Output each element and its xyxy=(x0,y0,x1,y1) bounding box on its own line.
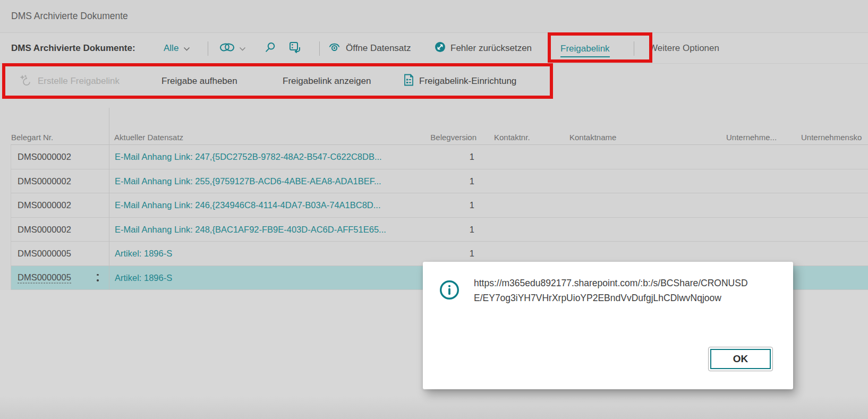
search-icon xyxy=(265,42,276,55)
table-row[interactable]: DMS0000002 E-Mail Anhang Link: 255,{9759… xyxy=(11,169,868,194)
share-link-url-line1: https://m365edu892177.sharepoint.com/:b:… xyxy=(474,276,785,290)
table-row[interactable]: DMS0000002 E-Mail Anhang Link: 248,{BAC1… xyxy=(11,218,868,242)
cell-belegart-nr[interactable]: DMS0000005 xyxy=(18,272,71,283)
more-options-button[interactable]: Weitere Optionen xyxy=(649,33,719,63)
cell-belegart-nr[interactable]: DMS0000002 xyxy=(18,176,71,186)
share-link-setup-action[interactable]: Freigabelink-Einrichtung xyxy=(404,64,516,99)
cell-belegversion: 1 xyxy=(470,176,474,186)
cell-belegversion: 1 xyxy=(470,200,474,210)
cell-aktueller-datensatz-link[interactable]: E-Mail Anhang Link: 246,{234946C8-4114-4… xyxy=(115,200,381,210)
cell-belegversion: 1 xyxy=(470,152,474,162)
cell-belegversion: 1 xyxy=(470,224,474,234)
search-button[interactable] xyxy=(265,33,276,63)
toolbar-separator xyxy=(634,41,634,56)
analyze-button[interactable] xyxy=(289,33,301,63)
column-header-unternehmensko[interactable]: Unternehmensko xyxy=(801,133,862,142)
cell-aktueller-datensatz-link[interactable]: E-Mail Anhang Link: 247,{5DC2752B-9782-4… xyxy=(115,152,382,162)
create-share-link-label: Erstelle Freigabelink xyxy=(38,76,120,87)
row-menu-icon[interactable] xyxy=(97,274,99,281)
copilot-icon xyxy=(219,41,235,55)
table-row[interactable]: DMS0000002 E-Mail Anhang Link: 246,{2349… xyxy=(11,193,868,218)
cell-aktueller-datensatz-link[interactable]: Artikel: 1896-S xyxy=(115,272,172,283)
toolbar-separator xyxy=(319,41,320,56)
page-header: DMS Archivierte Dokumente xyxy=(0,0,868,33)
cell-belegart-nr[interactable]: DMS0000002 xyxy=(18,152,71,162)
freigabelink-submenu: Erstelle Freigabelink Freigabe aufheben … xyxy=(0,64,868,99)
tab-freigabelink[interactable]: Freigabelink xyxy=(560,33,610,63)
reset-arrows-icon xyxy=(435,41,446,55)
cell-aktueller-datensatz-link[interactable]: E-Mail Anhang Link: 248,{BAC1AF92-FB9E-4… xyxy=(115,224,386,234)
ok-button-focus-ring: OK xyxy=(708,347,773,371)
dms-archived-documents-page: DMS Archivierte Dokumente DMS Archiviert… xyxy=(0,0,868,419)
share-link-message: https://m365edu892177.sharepoint.com/:b:… xyxy=(474,276,785,305)
cell-aktueller-datensatz-link[interactable]: Artikel: 1896-S xyxy=(115,249,172,259)
column-header-kontaktname[interactable]: Kontaktname xyxy=(569,133,616,142)
column-header-belegversion[interactable]: Belegversion xyxy=(430,133,476,142)
action-toolbar: DMS Archivierte Dokumente: Alle xyxy=(0,33,868,64)
analyze-icon xyxy=(289,41,301,55)
view-icon xyxy=(328,42,341,55)
document-setup-icon xyxy=(404,74,414,89)
ok-button[interactable]: OK xyxy=(710,349,771,369)
share-link-dialog: https://m365edu892177.sharepoint.com/:b:… xyxy=(423,262,793,389)
cell-belegart-nr[interactable]: DMS0000002 xyxy=(18,224,71,234)
list-caption: DMS Archivierte Dokumente: xyxy=(11,33,135,63)
column-header-aktueller-datensatz[interactable]: Aktueller Datensatz xyxy=(114,133,183,142)
column-header-belegart-nr[interactable]: Belegart Nr. xyxy=(11,133,53,142)
table-column-divider xyxy=(109,108,109,290)
reset-errors-label: Fehler zurücksetzen xyxy=(450,43,532,54)
tab-freigabelink-label: Freigabelink xyxy=(560,44,610,57)
cell-belegart-nr[interactable]: DMS0000002 xyxy=(18,200,71,210)
copilot-menu-button[interactable] xyxy=(219,33,246,63)
info-icon xyxy=(439,280,459,300)
create-share-link-action[interactable]: Erstelle Freigabelink xyxy=(19,64,120,99)
cell-aktueller-datensatz-link[interactable]: E-Mail Anhang Link: 255,{9759127B-ACD6-4… xyxy=(115,176,381,186)
chevron-down-icon xyxy=(239,44,246,53)
open-record-action[interactable]: Öffne Datensatz xyxy=(328,33,411,63)
filter-dropdown[interactable]: Alle xyxy=(164,33,190,63)
share-link-url-line2: E/EY7og3iYH7VHrXrpUioYP2EBndVvDufgjLhCDl… xyxy=(474,290,785,305)
cell-belegversion: 1 xyxy=(470,249,474,259)
reset-errors-action[interactable]: Fehler zurücksetzen xyxy=(435,33,532,63)
revoke-share-action[interactable]: Freigabe aufheben xyxy=(161,64,237,99)
filter-value: Alle xyxy=(164,43,178,54)
column-header-kontaktnr[interactable]: Kontaktnr. xyxy=(494,133,530,142)
open-record-label: Öffne Datensatz xyxy=(346,43,411,54)
column-header-unternehme[interactable]: Unternehme... xyxy=(726,133,777,142)
table-row[interactable]: DMS0000002 E-Mail Anhang Link: 247,{5DC2… xyxy=(11,145,868,169)
share-link-setup-label: Freigabelink-Einrichtung xyxy=(419,76,516,87)
chevron-down-icon xyxy=(183,43,190,54)
toolbar-separator xyxy=(208,41,208,56)
sparkles-arrow-icon xyxy=(19,74,32,89)
cell-belegart-nr[interactable]: DMS0000005 xyxy=(18,249,71,259)
page-title: DMS Archivierte Dokumente xyxy=(11,11,128,22)
show-share-link-action[interactable]: Freigabelink anzeigen xyxy=(283,64,371,99)
